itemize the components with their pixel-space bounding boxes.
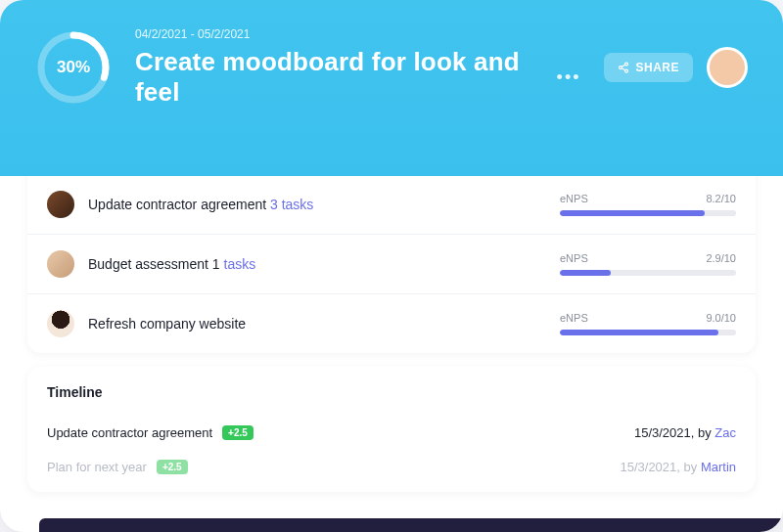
metric-label: eNPS [560, 312, 588, 324]
svg-point-2 [625, 63, 628, 66]
delta-badge: +2.5 [222, 425, 253, 440]
tasks-link[interactable]: tasks [224, 256, 256, 272]
svg-point-4 [625, 69, 628, 72]
timeline-meta: 15/3/2021, by Martin [620, 460, 736, 474]
share-label: SHARE [635, 61, 679, 74]
assignee-avatar [47, 250, 74, 278]
svg-line-6 [622, 68, 625, 70]
share-icon [618, 62, 629, 73]
target-row[interactable]: Budget assessment 1 tasks eNPS2.9/10 [27, 234, 756, 293]
timeline-meta: 15/3/2021, by Zac [634, 425, 736, 440]
target-title: Refresh company website [88, 316, 560, 332]
hero-header: 30% 04/2/2021 - 05/2/2021 Create moodboa… [0, 0, 783, 176]
metric-label: eNPS [560, 252, 588, 264]
timeline-row[interactable]: Update contractor agreement+2.5 15/3/202… [47, 416, 736, 450]
user-avatar[interactable] [707, 47, 748, 88]
metric-value: 9.0/10 [706, 312, 736, 324]
metric-value: 8.2/10 [706, 193, 736, 204]
progress-bar [560, 210, 736, 216]
more-menu-icon[interactable]: ••• [557, 67, 581, 88]
metric: eNPS8.2/10 [560, 193, 736, 216]
author-link[interactable]: Zac [714, 425, 736, 440]
bottom-strip [39, 518, 783, 532]
timeline-row[interactable]: Plan for next year+2.5 15/3/2021, by Mar… [47, 450, 736, 484]
date-range: 04/2/2021 - 05/2/2021 [135, 27, 580, 41]
share-button[interactable]: SHARE [604, 53, 693, 82]
author-link[interactable]: Martin [701, 460, 736, 474]
svg-point-3 [620, 66, 622, 69]
timeline-card: Timeline Update contractor agreement+2.5… [27, 367, 756, 492]
target-row[interactable]: Refresh company website eNPS9.0/10 [27, 293, 756, 353]
page-title: Create moodboard for look and feel [135, 47, 545, 108]
target-row[interactable]: Update contractor agreement 3 tasks eNPS… [27, 174, 756, 234]
progress-ring: 30% [35, 29, 112, 106]
timeline-title: Plan for next year [47, 460, 147, 474]
metric: eNPS9.0/10 [560, 312, 736, 335]
assignee-avatar [47, 191, 74, 218]
timeline-heading: Timeline [47, 384, 736, 400]
target-title: Budget assessment 1 tasks [88, 256, 560, 272]
timeline-title: Update contractor agreement [47, 425, 212, 440]
metric-label: eNPS [560, 193, 588, 204]
target-title: Update contractor agreement 3 tasks [88, 197, 560, 212]
assignee-avatar [47, 310, 74, 337]
progress-bar [560, 330, 736, 335]
progress-bar [560, 270, 736, 276]
metric-value: 2.9/10 [706, 252, 736, 264]
delta-badge: +2.5 [157, 460, 188, 474]
svg-line-5 [622, 65, 625, 66]
progress-percent: 30% [35, 29, 112, 106]
tasks-link[interactable]: 3 tasks [270, 197, 313, 212]
metric: eNPS2.9/10 [560, 252, 736, 276]
